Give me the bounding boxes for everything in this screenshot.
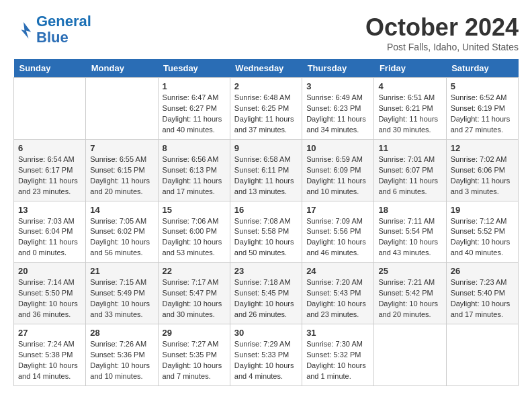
- calendar-body: 1Sunrise: 6:47 AM Sunset: 6:27 PM Daylig…: [14, 78, 519, 386]
- svg-marker-0: [21, 22, 31, 39]
- logo-icon: [13, 19, 34, 40]
- day-info: Sunrise: 7:08 AM Sunset: 5:58 PM Dayligh…: [234, 216, 298, 259]
- calendar-cell: [446, 324, 518, 386]
- calendar-cell: 7Sunrise: 6:55 AM Sunset: 6:15 PM Daylig…: [86, 139, 158, 201]
- calendar-cell: 25Sunrise: 7:21 AM Sunset: 5:42 PM Dayli…: [374, 263, 446, 324]
- day-number: 8: [163, 143, 226, 153]
- day-info: Sunrise: 6:59 AM Sunset: 6:09 PM Dayligh…: [306, 154, 369, 197]
- day-number: 10: [306, 143, 369, 153]
- calendar-week-row: 1Sunrise: 6:47 AM Sunset: 6:27 PM Daylig…: [14, 78, 519, 140]
- day-number: 5: [451, 81, 514, 91]
- day-info: Sunrise: 7:30 AM Sunset: 5:32 PM Dayligh…: [306, 339, 369, 382]
- calendar-cell: 22Sunrise: 7:17 AM Sunset: 5:47 PM Dayli…: [158, 263, 230, 324]
- day-info: Sunrise: 7:24 AM Sunset: 5:38 PM Dayligh…: [18, 339, 81, 382]
- day-info: Sunrise: 6:54 AM Sunset: 6:17 PM Dayligh…: [18, 154, 81, 197]
- day-number: 25: [378, 266, 441, 276]
- location: Post Falls, Idaho, United States: [365, 42, 519, 52]
- calendar-cell: 4Sunrise: 6:51 AM Sunset: 6:21 PM Daylig…: [374, 78, 446, 140]
- calendar-cell: 5Sunrise: 6:52 AM Sunset: 6:19 PM Daylig…: [446, 78, 518, 140]
- calendar-cell: 26Sunrise: 7:23 AM Sunset: 5:40 PM Dayli…: [446, 263, 518, 324]
- logo: General Blue: [13, 13, 91, 46]
- day-number: 9: [234, 143, 298, 153]
- day-number: 22: [163, 266, 226, 276]
- day-number: 3: [306, 81, 369, 91]
- day-info: Sunrise: 6:56 AM Sunset: 6:13 PM Dayligh…: [163, 154, 226, 197]
- day-number: 24: [306, 266, 369, 276]
- logo-text: General Blue: [36, 13, 91, 46]
- day-info: Sunrise: 7:03 AM Sunset: 6:04 PM Dayligh…: [18, 216, 81, 259]
- day-info: Sunrise: 6:48 AM Sunset: 6:25 PM Dayligh…: [234, 93, 298, 136]
- day-info: Sunrise: 7:12 AM Sunset: 5:52 PM Dayligh…: [451, 216, 514, 259]
- calendar-cell: [14, 78, 86, 140]
- day-number: 14: [90, 205, 153, 215]
- calendar-cell: 29Sunrise: 7:27 AM Sunset: 5:35 PM Dayli…: [158, 324, 230, 386]
- day-number: 4: [378, 81, 441, 91]
- day-number: 1: [163, 81, 226, 91]
- calendar-cell: 14Sunrise: 7:05 AM Sunset: 6:02 PM Dayli…: [86, 201, 158, 263]
- month-title: October 2024: [365, 13, 519, 42]
- calendar-cell: 17Sunrise: 7:09 AM Sunset: 5:56 PM Dayli…: [302, 201, 374, 263]
- page-header: General Blue October 2024 Post Falls, Id…: [13, 13, 519, 52]
- weekday-header-cell: Sunday: [14, 59, 86, 78]
- logo-line1: General: [36, 13, 91, 30]
- day-info: Sunrise: 7:18 AM Sunset: 5:45 PM Dayligh…: [234, 277, 298, 320]
- calendar-cell: 3Sunrise: 6:49 AM Sunset: 6:23 PM Daylig…: [302, 78, 374, 140]
- day-number: 23: [234, 266, 298, 276]
- day-info: Sunrise: 7:17 AM Sunset: 5:47 PM Dayligh…: [163, 277, 226, 320]
- day-info: Sunrise: 7:14 AM Sunset: 5:50 PM Dayligh…: [18, 277, 81, 320]
- day-number: 11: [378, 143, 441, 153]
- calendar-cell: 20Sunrise: 7:14 AM Sunset: 5:50 PM Dayli…: [14, 263, 86, 324]
- calendar-cell: 6Sunrise: 6:54 AM Sunset: 6:17 PM Daylig…: [14, 139, 86, 201]
- day-number: 2: [234, 81, 298, 91]
- day-info: Sunrise: 6:58 AM Sunset: 6:11 PM Dayligh…: [234, 154, 298, 197]
- day-number: 7: [90, 143, 153, 153]
- weekday-header-row: SundayMondayTuesdayWednesdayThursdayFrid…: [14, 59, 519, 78]
- calendar-cell: 28Sunrise: 7:26 AM Sunset: 5:36 PM Dayli…: [86, 324, 158, 386]
- day-number: 17: [306, 205, 369, 215]
- day-info: Sunrise: 7:15 AM Sunset: 5:49 PM Dayligh…: [90, 277, 153, 320]
- day-info: Sunrise: 7:01 AM Sunset: 6:07 PM Dayligh…: [378, 154, 441, 197]
- weekday-header-cell: Saturday: [446, 59, 518, 78]
- title-block: October 2024 Post Falls, Idaho, United S…: [365, 13, 519, 52]
- day-number: 13: [18, 205, 81, 215]
- calendar-cell: 19Sunrise: 7:12 AM Sunset: 5:52 PM Dayli…: [446, 201, 518, 263]
- day-number: 20: [18, 266, 81, 276]
- calendar-week-row: 13Sunrise: 7:03 AM Sunset: 6:04 PM Dayli…: [14, 201, 519, 263]
- day-number: 28: [90, 328, 153, 338]
- calendar-cell: 10Sunrise: 6:59 AM Sunset: 6:09 PM Dayli…: [302, 139, 374, 201]
- day-info: Sunrise: 7:21 AM Sunset: 5:42 PM Dayligh…: [378, 277, 441, 320]
- calendar-cell: 11Sunrise: 7:01 AM Sunset: 6:07 PM Dayli…: [374, 139, 446, 201]
- logo-line2: Blue: [36, 29, 69, 46]
- calendar-cell: 27Sunrise: 7:24 AM Sunset: 5:38 PM Dayli…: [14, 324, 86, 386]
- day-info: Sunrise: 7:26 AM Sunset: 5:36 PM Dayligh…: [90, 339, 153, 382]
- calendar-cell: 16Sunrise: 7:08 AM Sunset: 5:58 PM Dayli…: [230, 201, 302, 263]
- day-number: 16: [234, 205, 298, 215]
- calendar-cell: 30Sunrise: 7:29 AM Sunset: 5:33 PM Dayli…: [230, 324, 302, 386]
- calendar-cell: 31Sunrise: 7:30 AM Sunset: 5:32 PM Dayli…: [302, 324, 374, 386]
- day-info: Sunrise: 7:02 AM Sunset: 6:06 PM Dayligh…: [451, 154, 514, 197]
- calendar-cell: 9Sunrise: 6:58 AM Sunset: 6:11 PM Daylig…: [230, 139, 302, 201]
- day-info: Sunrise: 7:11 AM Sunset: 5:54 PM Dayligh…: [378, 216, 441, 259]
- day-info: Sunrise: 6:47 AM Sunset: 6:27 PM Dayligh…: [163, 93, 226, 136]
- day-info: Sunrise: 7:23 AM Sunset: 5:40 PM Dayligh…: [451, 277, 514, 320]
- weekday-header-cell: Wednesday: [230, 59, 302, 78]
- day-info: Sunrise: 6:49 AM Sunset: 6:23 PM Dayligh…: [306, 93, 369, 136]
- calendar-cell: 18Sunrise: 7:11 AM Sunset: 5:54 PM Dayli…: [374, 201, 446, 263]
- day-info: Sunrise: 7:20 AM Sunset: 5:43 PM Dayligh…: [306, 277, 369, 320]
- weekday-header-cell: Tuesday: [158, 59, 230, 78]
- calendar-table: SundayMondayTuesdayWednesdayThursdayFrid…: [13, 59, 519, 386]
- calendar-cell: [374, 324, 446, 386]
- weekday-header-cell: Friday: [374, 59, 446, 78]
- calendar-cell: 12Sunrise: 7:02 AM Sunset: 6:06 PM Dayli…: [446, 139, 518, 201]
- day-number: 19: [451, 205, 514, 215]
- weekday-header-cell: Monday: [86, 59, 158, 78]
- calendar-cell: 8Sunrise: 6:56 AM Sunset: 6:13 PM Daylig…: [158, 139, 230, 201]
- day-info: Sunrise: 7:05 AM Sunset: 6:02 PM Dayligh…: [90, 216, 153, 259]
- calendar-week-row: 27Sunrise: 7:24 AM Sunset: 5:38 PM Dayli…: [14, 324, 519, 386]
- day-number: 29: [163, 328, 226, 338]
- day-number: 6: [18, 143, 81, 153]
- day-number: 15: [163, 205, 226, 215]
- day-info: Sunrise: 7:27 AM Sunset: 5:35 PM Dayligh…: [163, 339, 226, 382]
- day-number: 18: [378, 205, 441, 215]
- calendar-cell: 24Sunrise: 7:20 AM Sunset: 5:43 PM Dayli…: [302, 263, 374, 324]
